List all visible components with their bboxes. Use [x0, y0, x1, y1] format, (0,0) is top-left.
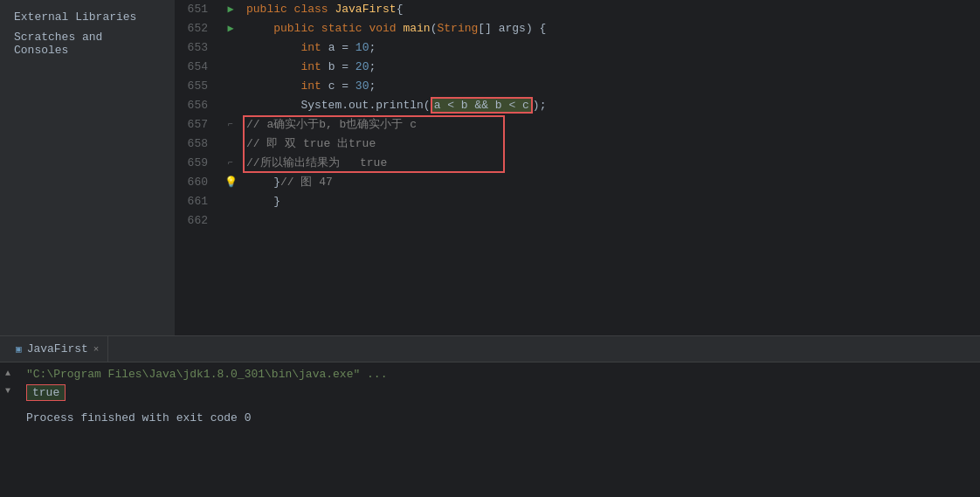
- code-line-652: 652 ▶ public static void main(String[] a…: [175, 19, 980, 38]
- gutter-657: ⌐: [218, 115, 243, 135]
- line-number-653: 653: [175, 38, 218, 58]
- line-code-653: int a = 10;: [243, 38, 980, 58]
- line-code-654: int b = 20;: [243, 58, 980, 77]
- line-number-655: 655: [175, 77, 218, 96]
- code-line-659: 659 ⌐ //所以输出结果为 true: [175, 154, 980, 173]
- code-line-655: 655 int c = 30;: [175, 77, 980, 96]
- code-line-656: 656 System.out.println(a < b && b < c);: [175, 96, 980, 115]
- fold-657[interactable]: ⌐: [228, 115, 233, 135]
- tab-close[interactable]: ×: [93, 344, 100, 355]
- code-editor: 651 ▶ public class JavaFirst{ 652 ▶ publ…: [175, 0, 980, 335]
- line-number-660: 660: [175, 173, 218, 192]
- line-number-661: 661: [175, 192, 218, 211]
- line-code-656: System.out.println(a < b && b < c);: [243, 96, 980, 115]
- code-line-660: 660 💡 }// 图 47: [175, 173, 980, 192]
- condition-highlight: a < b && b < c: [431, 97, 533, 114]
- scroll-down-btn[interactable]: ▼: [1, 383, 15, 397]
- line-code-655: int c = 30;: [243, 77, 980, 96]
- line-number-662: 662: [175, 211, 218, 231]
- line-code-661: }: [243, 192, 980, 211]
- scroll-up-btn[interactable]: ▲: [1, 366, 15, 380]
- console-cmd: "C:\Program Files\Java\jdk1.8.0_301\bin\…: [26, 368, 970, 381]
- console-exit: Process finished with exit code 0: [26, 411, 970, 425]
- gutter-654: [218, 58, 243, 77]
- code-line-654: 654 int b = 20;: [175, 58, 980, 77]
- line-code-662: [243, 211, 980, 231]
- tab-icon: ▣: [16, 343, 22, 355]
- gutter-655: [218, 77, 243, 96]
- gutter-653: [218, 38, 243, 58]
- fold-659[interactable]: ⌐: [228, 154, 233, 173]
- sidebar: External Libraries Scratches and Console…: [0, 0, 175, 335]
- console-result: true: [26, 384, 66, 401]
- run-arrow-652[interactable]: ▶: [227, 19, 233, 38]
- comment-block: 657 ⌐ // a确实小于b, b也确实小于 c 658 // 即 双 tru…: [175, 115, 980, 173]
- gutter-660: 💡: [218, 173, 243, 192]
- gutter-652: ▶: [218, 19, 243, 38]
- gutter-651: ▶: [218, 0, 243, 19]
- gutter-659: ⌐: [218, 154, 243, 173]
- gutter-658: [218, 135, 243, 154]
- tab-label: JavaFirst: [27, 342, 88, 355]
- line-code-658: // 即 双 true 出true: [243, 135, 980, 154]
- code-line-653: 653 int a = 10;: [175, 38, 980, 58]
- left-action-bar: ▲ ▼: [0, 362, 16, 497]
- console-output: "C:\Program Files\Java\jdk1.8.0_301\bin\…: [16, 362, 980, 497]
- gutter-656: [218, 96, 243, 115]
- bottom-panel: ▣ JavaFirst × ▲ ▼ "C:\Program Files\Java…: [0, 335, 980, 497]
- code-line-662: 662: [175, 211, 980, 231]
- gutter-661: [218, 192, 243, 211]
- line-code-652: public static void main(String[] args) {: [243, 19, 980, 38]
- lightbulb-660[interactable]: 💡: [224, 173, 238, 192]
- code-line-657: 657 ⌐ // a确实小于b, b也确实小于 c: [175, 115, 980, 135]
- run-arrow-651[interactable]: ▶: [227, 0, 233, 19]
- sidebar-item-external-libraries[interactable]: External Libraries: [0, 7, 175, 27]
- code-content[interactable]: 651 ▶ public class JavaFirst{ 652 ▶ publ…: [175, 0, 980, 335]
- code-line-658: 658 // 即 双 true 出true: [175, 135, 980, 154]
- sidebar-item-scratches[interactable]: Scratches and Consoles: [0, 27, 175, 60]
- code-line-651: 651 ▶ public class JavaFirst{: [175, 0, 980, 19]
- line-number-657: 657: [175, 115, 218, 135]
- line-number-654: 654: [175, 58, 218, 77]
- line-code-651: public class JavaFirst{: [243, 0, 980, 19]
- line-code-657: // a确实小于b, b也确实小于 c: [243, 115, 980, 135]
- line-number-656: 656: [175, 96, 218, 115]
- line-number-659: 659: [175, 154, 218, 173]
- line-number-652: 652: [175, 19, 218, 38]
- line-code-659: //所以输出结果为 true: [243, 154, 980, 173]
- line-code-660: }// 图 47: [243, 173, 980, 192]
- tab-bar: ▣ JavaFirst ×: [0, 336, 980, 362]
- gutter-662: [218, 211, 243, 231]
- code-line-661: 661 }: [175, 192, 980, 211]
- line-number-658: 658: [175, 135, 218, 154]
- console-result-wrapper: true: [26, 384, 970, 404]
- line-number-651: 651: [175, 0, 218, 19]
- tab-javafirst[interactable]: ▣ JavaFirst ×: [7, 336, 108, 362]
